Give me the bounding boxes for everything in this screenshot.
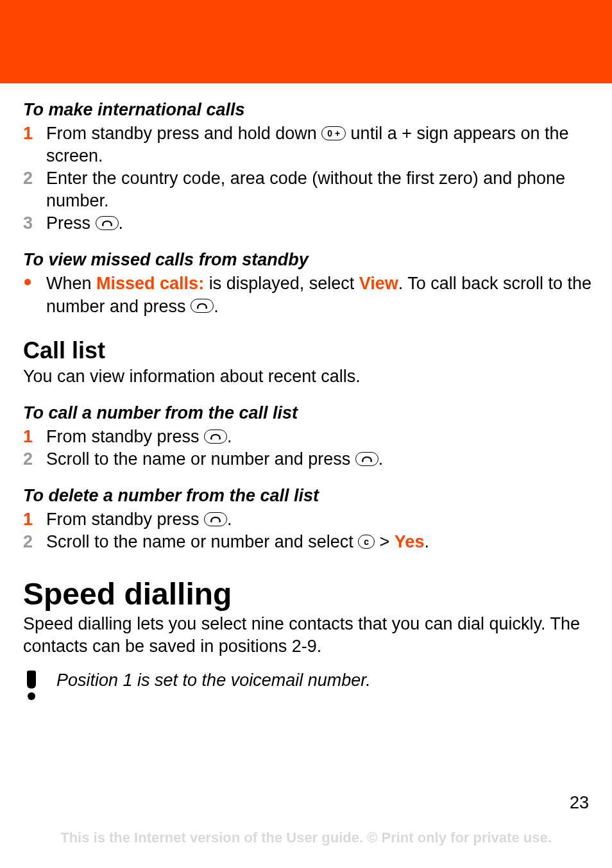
steps-international-calls: 1 From standby press and hold down 0 + u… — [23, 122, 593, 235]
list-item: 2 Scroll to the name or number and press… — [23, 448, 593, 471]
page: To make international calls 1 From stand… — [0, 0, 612, 868]
step-text: Enter the country code, area code (witho… — [46, 169, 565, 210]
step-text-pre: From standby press — [46, 427, 204, 446]
call-key-icon — [96, 216, 119, 230]
content-area: To make international calls 1 From stand… — [0, 83, 612, 700]
bullet-text-pre: When — [46, 274, 96, 293]
step-text-pre: Press — [46, 213, 96, 233]
subheading-call-from-list: To call a number from the call list — [23, 403, 593, 423]
highlight-missed-calls: Missed calls: — [96, 274, 204, 293]
list-item: 2 Scroll to the name or number and selec… — [23, 531, 593, 553]
step-text-post: . — [227, 427, 232, 446]
subheading-international-calls: To make international calls — [23, 100, 593, 120]
steps-call-from-list: 1 From standby press . 2 Scroll to the n… — [23, 426, 593, 471]
bullet-text-post2: . — [214, 297, 219, 316]
step-number: 1 — [23, 426, 42, 448]
step-number: 2 — [23, 531, 42, 553]
footer-disclaimer: This is the Internet version of the User… — [0, 830, 612, 846]
step-text-post: . — [119, 213, 124, 233]
highlight-view: View — [359, 274, 398, 293]
note-row: Position 1 is set to the voicemail numbe… — [23, 669, 593, 700]
step-text-post: . — [227, 510, 232, 529]
call-list-description: You can view information about recent ca… — [23, 365, 593, 388]
step-number: 2 — [23, 167, 42, 190]
list-item: 3 Press . — [23, 212, 593, 235]
step-number: 3 — [23, 212, 42, 235]
call-key-icon — [204, 430, 227, 444]
speed-dialling-description: Speed dialling lets you select nine cont… — [23, 613, 593, 658]
step-text-pre: From standby press — [46, 510, 204, 529]
step-number: 1 — [23, 508, 42, 531]
step-text-post: . — [424, 532, 429, 551]
subheading-delete-from-list: To delete a number from the call list — [23, 486, 593, 506]
page-number: 23 — [570, 793, 589, 813]
call-key-icon — [191, 299, 214, 313]
steps-delete-from-list: 1 From standby press . 2 Scroll to the n… — [23, 508, 593, 553]
list-item: When Missed calls: is displayed, select … — [23, 272, 593, 317]
list-item: 1 From standby press . — [23, 426, 593, 448]
list-item: 2 Enter the country code, area code (wit… — [23, 167, 593, 212]
heading-call-list: Call list — [23, 337, 593, 364]
call-key-icon — [204, 512, 227, 526]
bullet-icon — [24, 279, 31, 285]
step-number: 2 — [23, 448, 42, 471]
list-item: 1 From standby press . — [23, 508, 593, 531]
subheading-missed-calls: To view missed calls from standby — [23, 250, 593, 270]
list-item: 1 From standby press and hold down 0 + u… — [23, 122, 593, 167]
important-icon — [23, 669, 40, 700]
step-text-post: . — [378, 449, 384, 469]
step-text-pre: Scroll to the name or number and select — [46, 532, 358, 551]
step-text-gt: > — [375, 532, 395, 551]
heading-speed-dialling: Speed dialling — [23, 576, 593, 612]
zero-plus-key-icon: 0 + — [321, 126, 346, 140]
note-text: Position 1 is set to the voicemail numbe… — [56, 669, 593, 692]
step-text-pre: From standby press and hold down — [46, 124, 321, 143]
call-key-icon — [355, 452, 378, 466]
step-number: 1 — [23, 122, 42, 145]
c-key-icon: c — [358, 535, 375, 549]
orange-header-bar — [0, 0, 612, 83]
bullet-text-mid: is displayed, select — [204, 274, 359, 293]
highlight-yes: Yes — [395, 532, 425, 551]
step-text-pre: Scroll to the name or number and press — [46, 449, 355, 469]
bullet-missed-calls: When Missed calls: is displayed, select … — [23, 272, 593, 317]
